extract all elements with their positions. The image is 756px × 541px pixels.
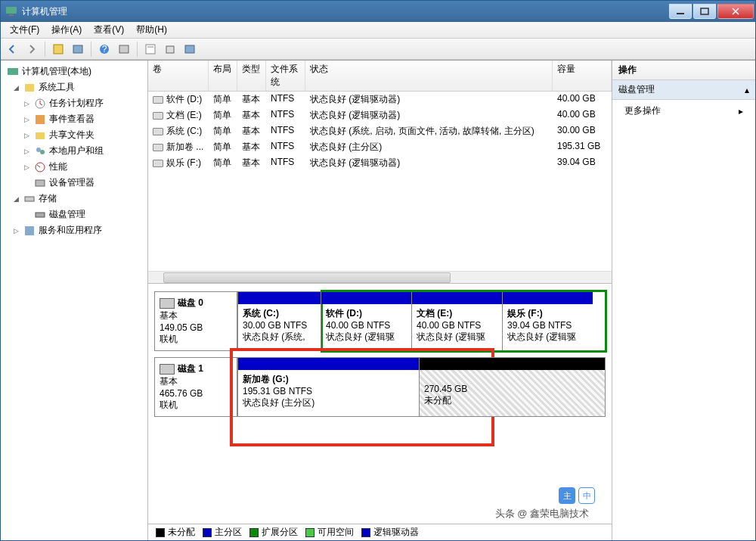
svg-rect-9: [146, 45, 155, 54]
svg-rect-5: [73, 45, 82, 53]
maximize-button[interactable]: [693, 4, 716, 19]
menu-action[interactable]: 操作(A): [45, 22, 88, 38]
menu-view[interactable]: 查看(V): [88, 22, 130, 38]
menu-file[interactable]: 文件(F): [4, 22, 45, 38]
tree-task-scheduler[interactable]: ▷任务计划程序: [1, 95, 147, 111]
svg-rect-8: [119, 45, 129, 53]
partition[interactable]: 娱乐 (F:)39.04 GB NTFS状态良好 (逻辑驱: [502, 292, 593, 350]
tb-icon-4[interactable]: [142, 41, 159, 58]
tb-icon-2[interactable]: [70, 41, 86, 58]
tree-storage[interactable]: ◢存储: [1, 191, 147, 207]
disk-1-label: 磁盘 1 基本 465.76 GB 联机: [154, 357, 237, 417]
actions-section[interactable]: 磁盘管理▴: [612, 80, 755, 100]
tree-event-viewer[interactable]: ▷事件查看器: [1, 111, 147, 127]
volume-list[interactable]: 卷 布局 类型 文件系统 状态 容量 软件 (D:)简单基本NTFS状态良好 (…: [148, 61, 612, 284]
svg-rect-1: [9, 14, 14, 16]
volume-row[interactable]: 新加卷 ...简单基本NTFS状态良好 (主分区)195.31 GB: [148, 139, 612, 155]
actions-header: 操作: [612, 61, 755, 80]
partition-unallocated[interactable]: 270.45 GB 未分配: [419, 358, 605, 416]
col-layout[interactable]: 布局: [209, 61, 237, 91]
partition[interactable]: 系统 (C:)30.00 GB NTFS状态良好 (系统,: [237, 292, 321, 350]
volume-row[interactable]: 软件 (D:)简单基本NTFS状态良好 (逻辑驱动器)40.00 GB: [148, 92, 612, 107]
disk-graphical-view: 磁盘 0 基本 149.05 GB 联机 系统 (C:)30.00 GB NTF…: [148, 284, 612, 524]
partition[interactable]: 软件 (D:)40.00 GB NTFS状态良好 (逻辑驱: [321, 292, 411, 350]
tree-performance[interactable]: ▷性能: [1, 159, 147, 175]
col-capacity[interactable]: 容量: [553, 61, 612, 91]
col-status[interactable]: 状态: [305, 61, 553, 91]
collapse-icon[interactable]: ▴: [745, 85, 749, 95]
disk-1-row[interactable]: 磁盘 1 基本 465.76 GB 联机 新加卷 (G:) 195.31 GB …: [154, 357, 606, 417]
computer-icon: [5, 5, 17, 17]
tree-system-tools[interactable]: ◢系统工具: [1, 79, 147, 95]
tree-device-manager[interactable]: 设备管理器: [1, 175, 147, 191]
tb-icon-1[interactable]: [50, 41, 67, 58]
svg-rect-3: [701, 8, 708, 14]
svg-text:?: ?: [102, 44, 107, 54]
tree-disk-management[interactable]: 磁盘管理: [1, 207, 147, 222]
menu-help[interactable]: 帮助(H): [130, 22, 173, 38]
toolbar: ?: [1, 39, 755, 60]
svg-rect-14: [25, 84, 34, 92]
col-volume[interactable]: 卷: [148, 61, 209, 91]
forward-button[interactable]: [23, 41, 40, 58]
svg-rect-2: [677, 13, 684, 14]
back-button[interactable]: [4, 41, 20, 58]
horizontal-scrollbar[interactable]: [148, 271, 612, 283]
navigation-tree[interactable]: 计算机管理(本地) ◢系统工具 ▷任务计划程序 ▷事件查看器 ▷共享文件夹 ▷本…: [1, 61, 148, 540]
col-filesystem[interactable]: 文件系统: [266, 61, 305, 91]
svg-rect-21: [36, 180, 45, 186]
window-title: 计算机管理: [22, 5, 67, 18]
svg-rect-17: [36, 132, 45, 139]
svg-point-19: [40, 150, 45, 154]
svg-rect-23: [36, 213, 45, 217]
tree-root[interactable]: 计算机管理(本地): [1, 64, 147, 79]
disk-icon: [160, 364, 175, 375]
svg-point-18: [36, 148, 41, 152]
close-button[interactable]: [717, 4, 754, 19]
disk-0-label: 磁盘 0 基本 149.05 GB 联机: [154, 291, 237, 351]
partition[interactable]: 文档 (E:)40.00 GB NTFS状态良好 (逻辑驱: [411, 292, 502, 350]
watermark: 头条 @ 鑫荣电脑技术: [495, 507, 589, 521]
disk-icon: [160, 298, 175, 309]
svg-rect-11: [166, 46, 174, 53]
list-header[interactable]: 卷 布局 类型 文件系统 状态 容量: [148, 61, 612, 92]
svg-rect-16: [36, 115, 45, 124]
disk-0-row[interactable]: 磁盘 0 基本 149.05 GB 联机 系统 (C:)30.00 GB NTF…: [154, 291, 606, 351]
partition-g[interactable]: 新加卷 (G:) 195.31 GB NTFS 状态良好 (主分区): [237, 358, 419, 416]
tb-icon-3[interactable]: [116, 41, 132, 58]
ime-badge: 主 中: [559, 487, 595, 504]
menu-bar: 文件(F) 操作(A) 查看(V) 帮助(H): [1, 22, 755, 39]
tree-shared-folders[interactable]: ▷共享文件夹: [1, 127, 147, 143]
volume-row[interactable]: 系统 (C:)简单基本NTFS状态良好 (系统, 启动, 页面文件, 活动, 故…: [148, 123, 612, 139]
minimize-button[interactable]: [669, 4, 692, 19]
actions-more[interactable]: 更多操作▸: [612, 100, 755, 122]
legend: 未分配 主分区 扩展分区 可用空间 逻辑驱动器: [148, 524, 612, 540]
tree-local-users[interactable]: ▷本地用户和组: [1, 143, 147, 159]
volume-row[interactable]: 文档 (E:)简单基本NTFS状态良好 (逻辑驱动器)40.00 GB: [148, 107, 612, 123]
title-bar: 计算机管理: [1, 1, 755, 22]
col-type[interactable]: 类型: [237, 61, 266, 91]
tb-icon-5[interactable]: [162, 41, 178, 58]
svg-rect-12: [185, 45, 194, 53]
svg-rect-13: [8, 68, 18, 75]
help-icon[interactable]: ?: [96, 41, 113, 58]
tree-services[interactable]: ▷服务和应用程序: [1, 222, 147, 238]
svg-rect-22: [25, 197, 34, 201]
svg-rect-4: [54, 45, 63, 54]
svg-rect-0: [6, 7, 17, 14]
svg-rect-24: [25, 226, 34, 235]
volume-row[interactable]: 娱乐 (F:)简单基本NTFS状态良好 (逻辑驱动器)39.04 GB: [148, 155, 612, 171]
actions-panel: 操作 磁盘管理▴ 更多操作▸: [612, 61, 755, 540]
tb-icon-6[interactable]: [181, 41, 198, 58]
chevron-right-icon: ▸: [739, 106, 743, 117]
